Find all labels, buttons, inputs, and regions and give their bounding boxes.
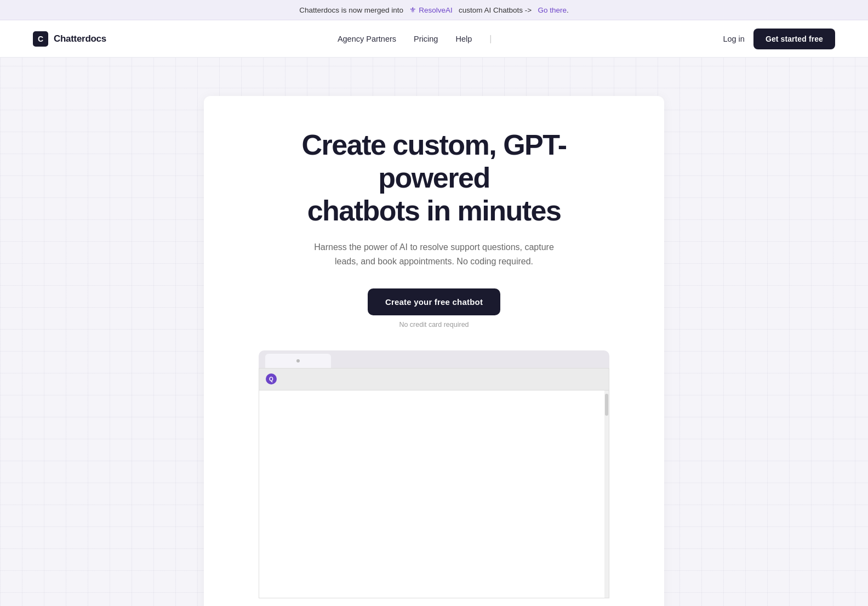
nav-help[interactable]: Help bbox=[455, 35, 472, 43]
resolve-ai-link[interactable]: ResolveAI bbox=[419, 6, 453, 14]
nav-links: Agency Partners Pricing Help | bbox=[338, 34, 492, 44]
get-started-button[interactable]: Get started free bbox=[753, 29, 835, 49]
cta-section: Create your free chatbot No credit card … bbox=[368, 288, 500, 329]
hero-subtitle: Harness the power of AI to resolve suppo… bbox=[308, 240, 560, 268]
announcement-prefix: Chatterdocs is now merged into bbox=[299, 6, 403, 14]
scrollbar[interactable] bbox=[604, 390, 609, 598]
announcement-middle: custom AI Chatbots -> bbox=[459, 6, 532, 14]
browser-app-icon: Q bbox=[266, 373, 277, 384]
hero-title-line2: chatbots in minutes bbox=[307, 195, 561, 226]
logo-icon: C bbox=[33, 31, 48, 47]
browser-window: Q bbox=[259, 368, 609, 598]
header: C Chatterdocs Agency Partners Pricing He… bbox=[0, 20, 868, 58]
logo-text: Chatterdocs bbox=[54, 33, 106, 44]
announcement-bar: Chatterdocs is now merged into ⚜ Resolve… bbox=[0, 0, 868, 20]
login-link[interactable]: Log in bbox=[723, 35, 745, 43]
nav-agency-partners[interactable]: Agency Partners bbox=[338, 35, 396, 43]
browser-tab-dot bbox=[296, 359, 300, 363]
browser-toolbar: Q bbox=[259, 369, 609, 390]
announcement-punctuation: . bbox=[567, 6, 569, 14]
no-credit-card-text: No credit card required bbox=[399, 321, 469, 329]
nav-actions: Log in Get started free bbox=[723, 29, 835, 49]
browser-content-area bbox=[259, 390, 609, 598]
hero-title-line1: Create custom, GPT-powered bbox=[302, 129, 567, 194]
go-there-link[interactable]: Go there bbox=[538, 6, 567, 14]
resolve-ai-icon: ⚜ bbox=[409, 6, 416, 14]
logo[interactable]: C Chatterdocs bbox=[33, 31, 106, 47]
hero-title: Create custom, GPT-powered chatbots in m… bbox=[270, 129, 598, 227]
scrollbar-thumb bbox=[605, 394, 608, 416]
browser-tabs bbox=[259, 350, 609, 368]
browser-tab bbox=[265, 354, 331, 368]
nav-pricing[interactable]: Pricing bbox=[414, 35, 438, 43]
preview-container: Q bbox=[259, 350, 609, 598]
content-panel: Create custom, GPT-powered chatbots in m… bbox=[204, 96, 664, 606]
nav-divider: | bbox=[489, 34, 492, 44]
main-content: Create custom, GPT-powered chatbots in m… bbox=[0, 58, 868, 606]
create-chatbot-button[interactable]: Create your free chatbot bbox=[368, 288, 500, 315]
